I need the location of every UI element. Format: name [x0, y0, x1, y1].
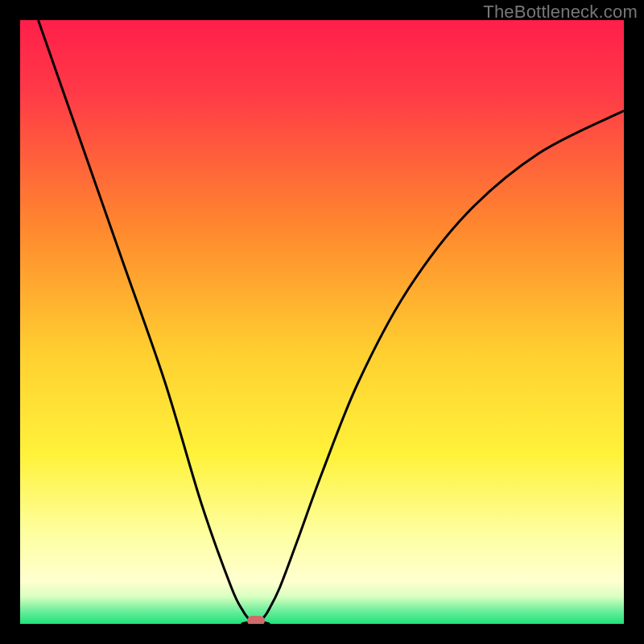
outer-frame: TheBottleneck.com — [0, 0, 644, 644]
minimum-marker — [247, 616, 265, 624]
plot-area — [20, 20, 624, 624]
bottleneck-curve — [20, 20, 624, 624]
